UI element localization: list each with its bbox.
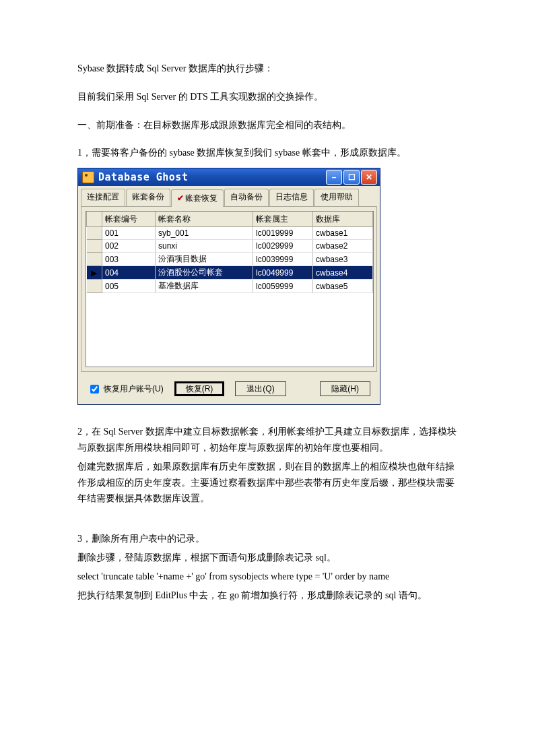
restore-user-account-label: 恢复用户账号(U) <box>104 383 164 395</box>
row-marker <box>87 240 102 253</box>
tab-pane: 帐套编号 帐套名称 帐套属主 数据库 001syb_001lc0019999cw… <box>81 206 377 372</box>
cell-name[interactable]: sunxi <box>156 240 253 253</box>
doc-p4b: 创建完数据库后，如果原数据库有历史年度数据，则在目的数据库上的相应模块也做年结操… <box>77 459 457 507</box>
row-marker <box>87 253 102 266</box>
col-id[interactable]: 帐套编号 <box>102 212 156 227</box>
cell-db[interactable]: cwbase2 <box>313 240 373 253</box>
tab-log[interactable]: 日志信息 <box>269 189 314 206</box>
doc-p5d: 把执行结果复制到 EditPlus 中去，在 go 前增加换行符，形成删除表记录… <box>77 588 457 604</box>
cell-owner[interactable]: lc0039999 <box>253 253 313 266</box>
minimize-button[interactable]: – <box>326 170 342 185</box>
cell-name[interactable]: syb_001 <box>156 227 253 240</box>
cell-owner[interactable]: lc0029999 <box>253 240 313 253</box>
tab-help[interactable]: 使用帮助 <box>314 189 359 206</box>
doc-p3: 1，需要将客户备份的 sybase 数据库恢复到我们 sybase 帐套中，形成… <box>77 145 457 161</box>
tab-connect[interactable]: 连接配置 <box>81 189 125 206</box>
col-db[interactable]: 数据库 <box>313 212 373 227</box>
cell-db[interactable]: cwbase4 <box>313 266 373 280</box>
doc-p2: 一、前期准备：在目标数据库形成跟原数据库完全相同的表结构。 <box>77 117 457 133</box>
row-marker: ▶ <box>87 266 102 280</box>
tab-strip: 连接配置 账套备份 ✔账套恢复 自动备份 日志信息 使用帮助 <box>78 186 380 206</box>
tab-backup[interactable]: 账套备份 <box>126 189 170 206</box>
doc-title: Sybase 数据转成 Sql Server 数据库的执行步骤： <box>77 61 457 77</box>
exit-button[interactable]: 退出(Q) <box>235 381 286 396</box>
restore-user-account-input[interactable] <box>90 385 99 393</box>
close-button[interactable]: ✕ <box>361 170 377 185</box>
table-row[interactable]: 003汾酒项目数据lc0039999cwbase3 <box>87 253 373 266</box>
checkmark-icon: ✔ <box>177 193 184 203</box>
table-row[interactable]: 002sunxilc0029999cwbase2 <box>87 240 373 253</box>
doc-p4a: 2，在 Sql Server 数据库中建立目标数据帐套，利用帐套维护工具建立目标… <box>77 424 457 456</box>
row-selector-header <box>87 212 102 227</box>
table-row[interactable]: 005基准数据库lc0059999cwbase5 <box>87 280 373 293</box>
col-owner[interactable]: 帐套属主 <box>253 212 313 227</box>
row-marker <box>87 227 102 240</box>
tab-auto[interactable]: 自动备份 <box>224 189 269 206</box>
window-title: Database Ghost <box>98 171 326 183</box>
cell-id[interactable]: 002 <box>102 240 156 253</box>
doc-p1: 目前我们采用 Sql Server 的 DTS 工具实现数据的交换操作。 <box>77 89 457 105</box>
data-grid[interactable]: 帐套编号 帐套名称 帐套属主 数据库 001syb_001lc0019999cw… <box>86 211 374 367</box>
cell-name[interactable]: 汾酒股份公司帐套 <box>156 266 253 280</box>
restore-user-account-checkbox[interactable]: 恢复用户账号(U) <box>88 383 164 396</box>
cell-id[interactable]: 004 <box>102 266 156 280</box>
hide-button[interactable]: 隐藏(H) <box>320 381 370 396</box>
cell-owner[interactable]: lc0059999 <box>253 280 313 293</box>
doc-p5c: select 'truncate table '+name +' go' fro… <box>77 569 457 585</box>
doc-p5b: 删除步骤，登陆原数据库，根据下面语句形成删除表记录 sql。 <box>77 550 457 566</box>
cell-owner[interactable]: lc0049999 <box>253 266 313 280</box>
row-marker <box>87 280 102 293</box>
cell-id[interactable]: 001 <box>102 227 156 240</box>
button-row: 恢复用户账号(U) 恢复(R) 退出(Q) 隐藏(H) <box>78 376 380 404</box>
restore-button[interactable]: 恢复(R) <box>174 381 225 396</box>
cell-db[interactable]: cwbase1 <box>313 227 373 240</box>
cell-db[interactable]: cwbase5 <box>313 280 373 293</box>
cell-id[interactable]: 003 <box>102 253 156 266</box>
cell-db[interactable]: cwbase3 <box>313 253 373 266</box>
tab-restore-label: 账套恢复 <box>185 193 218 203</box>
database-ghost-window: Database Ghost – ☐ ✕ 连接配置 账套备份 ✔账套恢复 自动备… <box>77 168 380 405</box>
cell-name[interactable]: 汾酒项目数据 <box>156 253 253 266</box>
titlebar[interactable]: Database Ghost – ☐ ✕ <box>78 168 380 186</box>
cell-id[interactable]: 005 <box>102 280 156 293</box>
table-row[interactable]: 001syb_001lc0019999cwbase1 <box>87 227 373 240</box>
cell-owner[interactable]: lc0019999 <box>253 227 313 240</box>
maximize-button[interactable]: ☐ <box>343 170 360 185</box>
col-name[interactable]: 帐套名称 <box>156 212 253 227</box>
table-row[interactable]: ▶004汾酒股份公司帐套lc0049999cwbase4 <box>87 266 373 280</box>
app-icon <box>82 171 94 183</box>
cell-name[interactable]: 基准数据库 <box>156 280 253 293</box>
tab-restore[interactable]: ✔账套恢复 <box>171 189 224 207</box>
doc-p5a: 3，删除所有用户表中的记录。 <box>77 531 457 547</box>
